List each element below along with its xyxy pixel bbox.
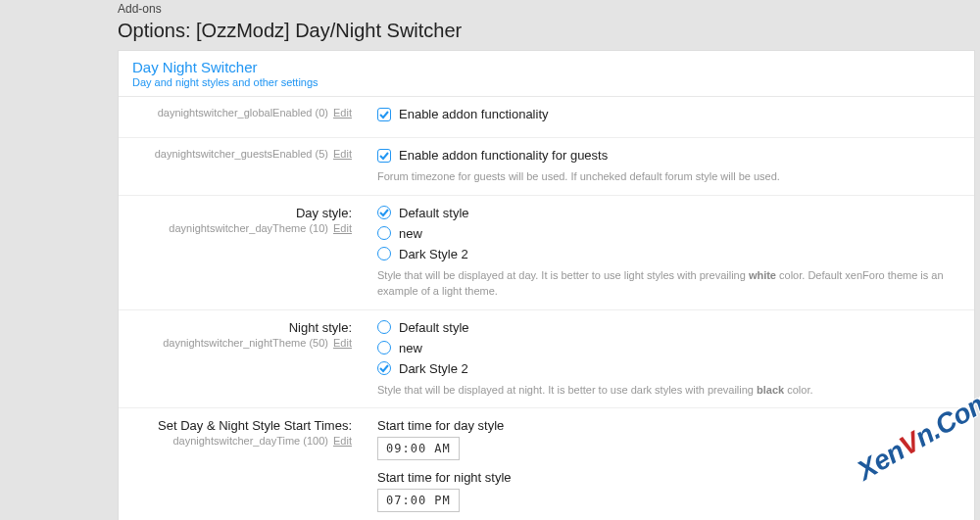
panel-header: Day Night Switcher Day and night styles …	[119, 51, 974, 97]
edit-link[interactable]: Edit	[333, 222, 352, 234]
checkbox-guests-enabled[interactable]: Enable addon functionality for guests	[377, 148, 960, 163]
radio-day-default[interactable]: Default style	[377, 206, 960, 220]
checkbox-label: Enable addon functionality	[399, 107, 549, 121]
option-title: Day style:	[130, 206, 352, 220]
radio-day-dark2[interactable]: Dark Style 2	[377, 247, 960, 261]
row-day-style: Day style: daynightswitcher_dayTheme (10…	[119, 196, 974, 310]
breadcrumb[interactable]: Add-ons	[118, 2, 975, 16]
option-title: Night style:	[130, 320, 352, 335]
radio-icon	[377, 247, 391, 260]
row-global-enabled: daynightswitcher_globalEnabled (0) Edit …	[119, 97, 974, 138]
section-subtitle: Day and night styles and other settings	[132, 76, 960, 88]
option-meta: daynightswitcher_dayTime (100)	[172, 435, 328, 447]
row-guests-enabled: daynightswitcher_guestsEnabled (5) Edit …	[119, 138, 974, 196]
radio-label: Default style	[399, 320, 469, 335]
night-time-label: Start time for night style	[377, 470, 960, 485]
radio-label: new	[399, 341, 422, 355]
radio-label: new	[399, 226, 422, 241]
hint-text: Style that will be displayed at night. I…	[377, 382, 960, 399]
option-meta: daynightswitcher_guestsEnabled (5)	[155, 148, 328, 160]
radio-icon	[377, 206, 391, 219]
section-title-link[interactable]: Day Night Switcher	[132, 59, 258, 75]
option-meta: daynightswitcher_globalEnabled (0)	[158, 107, 328, 118]
radio-label: Dark Style 2	[399, 361, 468, 376]
edit-link[interactable]: Edit	[333, 435, 352, 447]
checkbox-global-enabled[interactable]: Enable addon functionality	[377, 107, 960, 121]
option-title: Set Day & Night Style Start Times:	[130, 418, 352, 433]
page-title: Options: [OzzModz] Day/Night Switcher	[118, 20, 975, 42]
row-start-times: Set Day & Night Style Start Times: dayni…	[119, 408, 974, 520]
option-meta: daynightswitcher_nightTheme (50)	[163, 337, 328, 349]
radio-icon	[377, 361, 391, 375]
hint-text: Forum timezone for guests will be used. …	[377, 168, 960, 185]
radio-night-new[interactable]: new	[377, 341, 960, 355]
options-panel: Day Night Switcher Day and night styles …	[118, 50, 975, 520]
radio-night-dark2[interactable]: Dark Style 2	[377, 361, 960, 376]
checkbox-label: Enable addon functionality for guests	[399, 148, 608, 163]
day-time-label: Start time for day style	[377, 418, 960, 433]
radio-label: Default style	[399, 206, 469, 220]
row-night-style: Night style: daynightswitcher_nightTheme…	[119, 310, 974, 409]
day-time-input[interactable]: 09:00 AM	[377, 437, 460, 460]
checkbox-icon	[377, 108, 391, 121]
radio-label: Dark Style 2	[399, 247, 468, 261]
radio-icon	[377, 320, 391, 334]
edit-link[interactable]: Edit	[333, 148, 352, 160]
edit-link[interactable]: Edit	[333, 337, 352, 349]
radio-day-new[interactable]: new	[377, 226, 960, 241]
radio-icon	[377, 226, 391, 240]
night-time-input[interactable]: 07:00 PM	[377, 489, 460, 512]
hint-text: Style that will be displayed at day. It …	[377, 267, 960, 300]
radio-night-default[interactable]: Default style	[377, 320, 960, 335]
edit-link[interactable]: Edit	[333, 107, 352, 118]
option-meta: daynightswitcher_dayTheme (10)	[169, 222, 328, 234]
checkbox-icon	[377, 149, 391, 163]
radio-icon	[377, 341, 391, 355]
